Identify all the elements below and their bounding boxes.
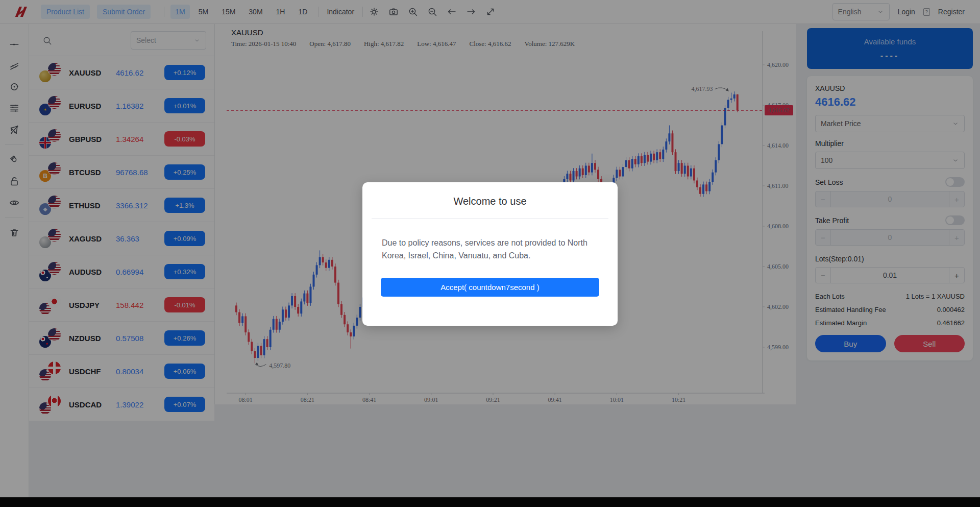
modal-body-text: Due to policy reasons, services are not … xyxy=(362,219,618,262)
welcome-modal: Welcome to use Due to policy reasons, se… xyxy=(362,182,618,326)
modal-title: Welcome to use xyxy=(362,182,618,207)
accept-button[interactable]: Accept( countdown7second ) xyxy=(381,278,599,297)
